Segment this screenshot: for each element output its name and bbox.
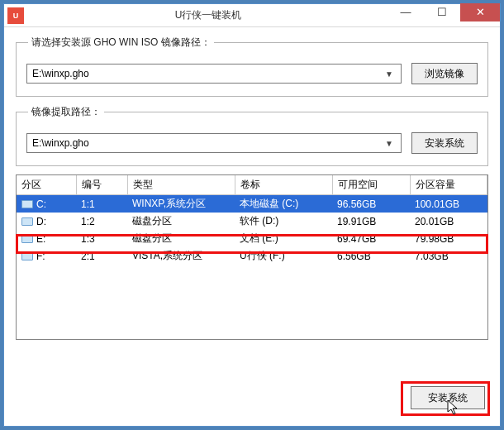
source-select[interactable]: E:\winxp.gho ▼ [26,64,402,84]
title-bar: U U行侠一键装机 — ☐ ✕ [4,4,500,27]
cell-free: 96.56GB [332,195,410,213]
install-button-bottom-label: 安装系统 [428,391,468,405]
cell-partition: E: [17,230,76,247]
maximize-button[interactable]: ☐ [424,3,460,22]
app-icon: U [7,7,24,24]
footer: 安装系统 [411,386,485,409]
cell-type: 磁盘分区 [127,230,235,247]
cell-partition: D: [17,213,76,230]
window-title: U行侠一键装机 [29,8,388,22]
cell-free: 19.91GB [332,213,410,230]
th-number[interactable]: 编号 [76,175,127,195]
cell-type: 磁盘分区 [127,213,235,230]
drive-icon [21,217,33,226]
extract-select-value: E:\winxp.gho [32,137,383,149]
cell-number: 1:1 [76,195,127,213]
drive-letter: E: [36,233,45,245]
source-group-legend: 请选择安装源 GHO WIN ISO 镜像路径： [28,36,214,50]
cell-type: WINXP,系统分区 [127,195,235,213]
chevron-down-icon: ▼ [383,134,396,152]
cell-capacity: 100.01GB [410,195,487,213]
install-button-bottom[interactable]: 安装系统 [411,386,485,409]
cell-free: 69.47GB [332,230,410,247]
browse-button-label: 浏览镜像 [425,67,464,81]
th-free[interactable]: 可用空间 [332,175,410,195]
source-group: 请选择安装源 GHO WIN ISO 镜像路径： E:\winxp.gho ▼ … [16,36,488,97]
cell-partition: F: [17,247,76,265]
cell-capacity: 20.01GB [410,213,487,230]
cell-free: 6.56GB [332,247,410,265]
drive-icon [21,252,33,260]
cell-partition: C: [17,195,76,213]
source-select-value: E:\winxp.gho [32,68,383,79]
drive-icon [21,235,33,243]
th-partition[interactable]: 分区 [17,175,76,195]
table-row[interactable]: E:1:3磁盘分区文档 (E:)69.47GB79.98GB [17,230,487,247]
cell-number: 1:3 [76,230,127,247]
minimize-button[interactable]: — [388,3,424,22]
cell-capacity: 7.03GB [410,247,487,265]
content-area: 请选择安装源 GHO WIN ISO 镜像路径： E:\winxp.gho ▼ … [4,27,500,351]
drive-letter: C: [36,198,46,210]
cell-type: VISTA,系统分区 [127,247,235,265]
app-window: U U行侠一键装机 — ☐ ✕ 请选择安装源 GHO WIN ISO 镜像路径：… [3,3,501,427]
th-type[interactable]: 类型 [127,175,235,195]
drive-letter: F: [36,251,45,262]
cell-capacity: 79.98GB [410,230,487,247]
window-controls: — ☐ ✕ [388,4,500,27]
install-button-top[interactable]: 安装系统 [411,132,478,154]
install-button-top-label: 安装系统 [425,136,464,150]
extract-select[interactable]: E:\winxp.gho ▼ [26,133,402,153]
partition-table[interactable]: 分区 编号 类型 卷标 可用空间 分区容量 C:1:1WINXP,系统分区本地磁… [16,174,488,340]
drive-letter: D: [36,216,46,227]
extract-group-legend: 镜像提取路径： [28,105,104,119]
th-capacity[interactable]: 分区容量 [410,175,487,195]
cell-number: 2:1 [76,247,127,265]
app-icon-letter: U [13,12,19,20]
cell-label: U行侠 (F:) [235,247,332,265]
close-button[interactable]: ✕ [460,3,500,22]
browse-button[interactable]: 浏览镜像 [411,63,478,84]
cell-label: 本地磁盘 (C:) [235,195,332,213]
cell-label: 文档 (E:) [235,230,332,247]
cell-number: 1:2 [76,213,127,230]
drive-icon [21,200,33,208]
table-row[interactable]: F:2:1VISTA,系统分区U行侠 (F:)6.56GB7.03GB [17,247,487,265]
cell-label: 软件 (D:) [235,213,332,230]
table-header-row: 分区 编号 类型 卷标 可用空间 分区容量 [17,175,487,195]
table-row[interactable]: D:1:2磁盘分区软件 (D:)19.91GB20.01GB [17,213,487,230]
extract-group: 镜像提取路径： E:\winxp.gho ▼ 安装系统 [16,105,488,166]
chevron-down-icon: ▼ [383,64,396,83]
table-row[interactable]: C:1:1WINXP,系统分区本地磁盘 (C:)96.56GB100.01GB [17,195,487,213]
th-label[interactable]: 卷标 [235,175,332,195]
